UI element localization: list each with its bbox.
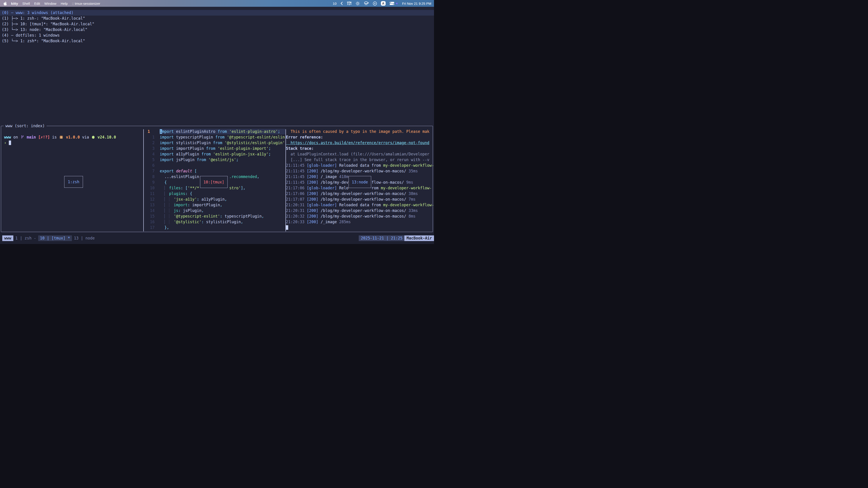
- menu-tmuxsessionizer[interactable]: :: tmux-sessionizer: [72, 2, 100, 5]
- apple-menu-icon[interactable]: [4, 2, 7, 5]
- screen: kittyShellEditWindowHelp:: tmux-sessioni…: [0, 0, 434, 244]
- line-number: 7: [144, 168, 155, 174]
- line-number: 13: [144, 202, 155, 208]
- line-number: 9: [144, 180, 155, 185]
- editor-line: 11 plugins: {: [0, 191, 285, 197]
- statusbar-datetime: 2025-11-21 | 21:25: [359, 235, 404, 241]
- log-line: 21:20:31 [glob-loader] Reloaded data fro…: [286, 202, 433, 208]
- statusbar-right: 2025-11-21 | 21:25 MacBook-Air: [359, 235, 434, 241]
- preview-title: www (sort: index): [4, 123, 46, 129]
- editor-line: 2import stylisticPlugin from '@stylistic…: [0, 140, 285, 146]
- terminal-window: (0) – www: 3 windows (attached)(1) ├─> 1…: [0, 7, 434, 244]
- line-number: 10: [144, 185, 155, 191]
- editor-line: 8 ...eslintPlugin .recommended,: [0, 174, 285, 180]
- log-line: 21:20:31 [200] /blog/my-developer-workfl…: [286, 208, 433, 214]
- menubar-status-icons: 10A: [333, 1, 398, 6]
- editor-line: 16 '@stylistic': stylisticPlugin,: [0, 219, 285, 225]
- log-line: 21:17:07 [200] /blog/my-developer-workfl…: [286, 197, 433, 202]
- editor-line: 9 {: [0, 180, 285, 185]
- statusbar-window-tab[interactable]: 10 | [tmux] *: [38, 235, 72, 241]
- line-number: 3: [144, 146, 155, 151]
- menu-kitty[interactable]: kitty: [11, 2, 18, 5]
- line-number: 1: [144, 134, 155, 140]
- chevron-left-icon[interactable]: [340, 2, 343, 5]
- menu-shell[interactable]: Shell: [22, 2, 30, 5]
- editor-pane[interactable]: 1import eslintPluginAstro from 'eslint-p…: [0, 129, 285, 230]
- line-number: 8: [144, 174, 155, 180]
- statusbar-hostname: MacBook-Air: [404, 235, 434, 241]
- menubar-left: kittyShellEditWindowHelp:: tmux-sessioni…: [0, 2, 100, 5]
- editor-line: 12 'jsx-a11y': a11yPlugin,: [0, 197, 285, 202]
- log-line: Error reference:: [286, 134, 433, 140]
- pane-separator-2[interactable]: [285, 129, 286, 231]
- menubar-status-area: 10A Fri Nov 21 9:25 PM: [333, 1, 434, 6]
- menubar-app-menus: kittyShellEditWindowHelp:: tmux-sessioni…: [11, 2, 100, 5]
- statusbar-left: www 1 | zsh -10 | [tmux] *13 | node: [2, 235, 95, 241]
- log-line: 21:11:45 [glob-loader] Reloaded data fro…: [286, 163, 433, 168]
- line-number: 14: [144, 208, 155, 214]
- line-number: 12: [144, 197, 155, 202]
- session-row[interactable]: (1) ├─> 1: zsh-: "MacBook-Air.local": [0, 15, 434, 21]
- session-row[interactable]: (0) – www: 3 windows (attached): [0, 10, 434, 15]
- tmux-statusbar: www 1 | zsh -10 | [tmux] *13 | node 2025…: [0, 233, 434, 244]
- log-line: [...] See full stack trace in the browse…: [286, 157, 433, 163]
- session-row[interactable]: (4) – dotfiles: 1 windows: [0, 33, 434, 38]
- window-label-zsh: 1:zsh: [64, 176, 83, 188]
- caffeine-cup-icon[interactable]: [364, 1, 369, 5]
- play-circle-icon[interactable]: [373, 1, 377, 6]
- window-label-tmux: 10:[tmux]: [200, 176, 228, 188]
- line-number: 16: [144, 219, 155, 225]
- line-number: 1: [148, 129, 158, 134]
- workspace-count[interactable]: 10: [333, 2, 337, 5]
- editor-line: 5import jsPlugin from '@eslint/js';: [0, 157, 285, 163]
- log-line: 21:20:33 [200] /_image 285ms: [286, 219, 433, 225]
- editor-line: 15 '@typescript-eslint': typescriptPlugi…: [0, 214, 285, 219]
- editor-line: 14 js: jsPlugin,: [0, 208, 285, 214]
- log-line: 21:17:06 [200] /blog/my-developer-workfl…: [286, 191, 433, 197]
- session-row[interactable]: (2) ├─> 10: [tmux]*: "MacBook-Air.local": [0, 21, 434, 27]
- session-name-chip[interactable]: www: [2, 235, 13, 241]
- line-number: 4: [144, 151, 155, 157]
- log-line: 21:11:45 [200] /blog/my-developer-workfl…: [286, 168, 433, 174]
- line-number: 2: [144, 140, 155, 146]
- log-line: https://docs.astro.build/en/reference/er…: [286, 140, 433, 146]
- control-center-icon[interactable]: [390, 2, 395, 5]
- editor-line: 13 import: importPlugin,: [0, 202, 285, 208]
- menubar: kittyShellEditWindowHelp:: tmux-sessioni…: [0, 0, 434, 7]
- line-number: 6: [144, 163, 155, 168]
- log-line: [286, 225, 433, 230]
- editor-line: 7export default [: [0, 168, 285, 174]
- keys-icon[interactable]: [347, 1, 352, 5]
- session-row[interactable]: (5) └─> 1: zsh*: "MacBook-Air.local": [0, 38, 434, 44]
- window-label-node: 13:node: [348, 176, 371, 188]
- log-line: This is often caused by a typo in the im…: [286, 129, 433, 134]
- log-line: 21:20:32 [200] /blog/my-developer-workfl…: [286, 214, 433, 219]
- brightness-icon[interactable]: [355, 1, 360, 6]
- editor-line: 1import typescriptPlugin from '@typescri…: [0, 134, 285, 140]
- statusbar-window-tab[interactable]: 1 | zsh -: [16, 235, 36, 241]
- session-list: (0) – www: 3 windows (attached)(1) ├─> 1…: [0, 10, 434, 44]
- editor-line: 4import a11yPlugin from 'eslint-plugin-j…: [0, 151, 285, 157]
- menubar-clock[interactable]: Fri Nov 21 9:25 PM: [402, 2, 431, 5]
- line-number: 5: [144, 157, 155, 163]
- editor-line: 6: [0, 163, 285, 168]
- terminal-cursor: [286, 225, 288, 230]
- editor-line: 17 },: [0, 225, 285, 230]
- menu-edit[interactable]: Edit: [34, 2, 40, 5]
- menu-help[interactable]: Help: [61, 2, 68, 5]
- editor-line: 3import importPlugin from 'eslint-plugin…: [0, 146, 285, 151]
- menu-window[interactable]: Window: [44, 2, 56, 5]
- log-line: Stack trace:: [286, 146, 433, 151]
- statusbar-window-tab[interactable]: 13 | node: [74, 235, 95, 241]
- line-number: 11: [144, 191, 155, 197]
- session-row[interactable]: (3) └─> 13: node: "MacBook-Air.local": [0, 27, 434, 33]
- pane-separator-1[interactable]: [143, 129, 144, 231]
- log-line: at LoadPluginContext.load (file:///Users…: [286, 151, 433, 157]
- statusbar-windows: 1 | zsh -10 | [tmux] *13 | node: [16, 235, 95, 241]
- editor-line: 1import eslintPluginAstro from 'eslint-p…: [0, 129, 285, 134]
- line-number: 15: [144, 214, 155, 219]
- input-source-icon[interactable]: A: [381, 1, 385, 6]
- line-number: 17: [144, 225, 155, 230]
- editor-line: 10 files: ['**/* stro'],: [0, 185, 285, 191]
